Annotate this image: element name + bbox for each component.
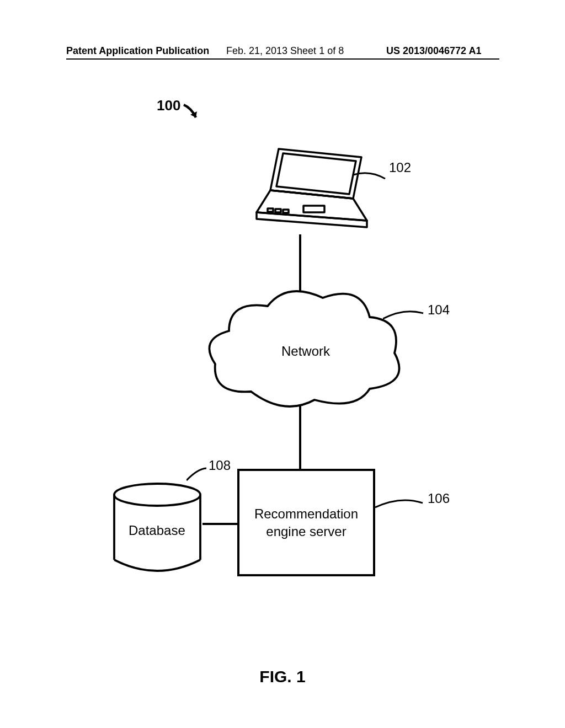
ref-number-102: 102	[389, 160, 411, 175]
figure-caption: FIG. 1	[0, 667, 565, 686]
connector-laptop-network	[299, 234, 301, 291]
connector-database-server	[202, 523, 237, 525]
leader-line-104	[383, 309, 424, 325]
server-box: Recommendation engine server	[237, 469, 375, 576]
network-cloud-label: Network	[281, 344, 330, 359]
svg-rect-7	[283, 210, 289, 213]
database-label: Database	[129, 523, 185, 538]
svg-marker-1	[276, 153, 356, 194]
laptop-icon	[246, 143, 372, 237]
server-label-line2: engine server	[266, 524, 346, 539]
header-divider	[66, 58, 499, 60]
patent-page: Patent Application Publication Feb. 21, …	[0, 0, 565, 728]
svg-rect-8	[303, 206, 324, 212]
figure-1: 100 102	[0, 83, 565, 634]
arrow-icon	[168, 93, 207, 126]
ref-number-108: 108	[209, 458, 231, 473]
leader-line-108	[186, 466, 207, 483]
svg-marker-4	[257, 212, 367, 227]
ref-number-104: 104	[428, 302, 450, 318]
svg-point-9	[114, 484, 200, 506]
leader-line-106	[375, 497, 424, 514]
header-publication-type: Patent Application Publication	[66, 45, 209, 57]
connector-network-server	[299, 405, 301, 470]
ref-number-106: 106	[428, 491, 450, 506]
svg-rect-5	[268, 208, 273, 212]
server-label-line1: Recommendation	[254, 506, 358, 521]
header-pub-number: US 2013/0046772 A1	[386, 45, 481, 57]
header-date-sheet: Feb. 21, 2013 Sheet 1 of 8	[226, 45, 344, 57]
leader-line-102	[353, 172, 386, 189]
svg-rect-6	[275, 209, 281, 212]
